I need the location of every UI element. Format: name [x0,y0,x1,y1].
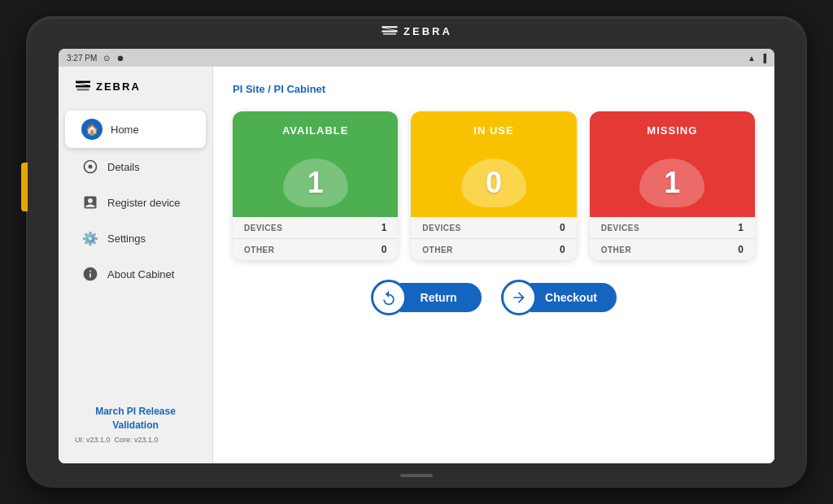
device-screen: 3:27 PM ⊙ ⏺ ▲ ▐ ZEBRA [59,49,774,463]
card-missing-number: 1 [664,166,680,200]
card-missing-devices-row: DEVICES 1 [590,217,755,239]
breadcrumb: PI Site / PI Cabinet [233,83,755,95]
card-missing-other-value: 0 [738,244,744,255]
nav-item-about[interactable]: About Cabinet [65,257,206,291]
card-inuse-top: IN USE 0 [411,111,576,217]
card-available-top: AVAILABLE 1 [233,111,398,217]
register-icon [81,193,99,211]
card-missing-bottom: DEVICES 1 OTHER 0 [590,217,755,260]
home-indicator[interactable] [400,474,433,477]
nav-item-register[interactable]: Register device [65,185,206,219]
card-missing-title: MISSING [647,124,697,137]
device-bottom-bar [26,463,807,488]
nav-item-settings[interactable]: ⚙️ Settings [65,221,206,255]
checkout-button[interactable]: Checkout [501,280,617,315]
nav-label-settings: Settings [107,232,146,245]
zebra-logo-text: ZEBRA [403,25,452,37]
card-available-other-label: OTHER [244,245,275,254]
wifi-icon: ▲ [748,54,756,63]
card-inuse-devices-row: DEVICES 0 [411,217,576,239]
sidebar-logo-text: ZEBRA [96,80,141,93]
sidebar-footer-title: March PI ReleaseValidation [75,405,196,432]
sidebar-footer: March PI ReleaseValidation UI: v23.1.0 C… [59,395,212,454]
card-available-other-row: OTHER 0 [233,239,398,260]
side-button[interactable] [21,163,28,211]
battery-icon: ▐ [761,54,766,63]
details-icon [81,158,99,176]
card-inuse-other-label: OTHER [422,245,453,254]
card-missing-other-label: OTHER [601,245,632,254]
record-icon: ⏺ [116,54,124,63]
card-inuse-blob: 0 [461,159,526,207]
card-missing-other-row: OTHER 0 [590,239,755,260]
status-bar-right: ▲ ▐ [748,54,766,63]
main-content: PI Site / PI Cabinet AVAILABLE 1 [213,67,774,463]
card-available-title: AVAILABLE [282,124,348,137]
nav-label-home: Home [111,124,139,136]
sidebar: ZEBRA 🏠 Home Details [59,67,213,463]
card-inuse-devices-label: DEVICES [422,224,460,232]
about-icon [81,265,99,283]
status-bar-left: 3:27 PM ⊙ ⏺ [67,54,124,63]
sidebar-zebra-icon [75,80,91,93]
card-missing-devices-value: 1 [738,222,744,233]
card-available-blob: 1 [283,159,348,207]
return-label: Return [400,283,482,312]
checkout-icon [501,280,537,315]
card-missing-top: MISSING 1 [590,111,755,217]
sidebar-nav: 🏠 Home Details Register device [59,109,212,395]
device-top-bar: ZEBRA [26,16,807,46]
nav-item-details[interactable]: Details [65,150,206,184]
nav-label-register: Register device [107,197,181,209]
card-available-other-value: 0 [382,244,387,255]
card-missing: MISSING 1 DEVICES 1 OTHER [590,111,755,260]
settings-icon: ⚙️ [81,229,99,247]
action-row: Return Checkout [233,280,755,315]
nav-label-details: Details [107,161,140,173]
card-available-devices-row: DEVICES 1 [233,217,398,239]
app-layout: ZEBRA 🏠 Home Details [59,67,774,463]
return-icon [371,280,407,315]
home-icon: 🏠 [81,119,102,140]
card-inuse-devices-value: 0 [560,222,565,233]
card-available-number: 1 [307,166,324,200]
nav-label-about: About Cabinet [107,268,174,280]
card-inuse-title: IN USE [473,124,513,137]
zebra-logo-top: ZEBRA [381,24,452,37]
checkout-label: Checkout [530,283,617,312]
sidebar-logo: ZEBRA [59,80,212,109]
nav-item-home[interactable]: 🏠 Home [65,111,206,148]
signal-icon: ⊙ [103,54,110,63]
card-inuse: IN USE 0 DEVICES 0 OTHER [411,111,576,260]
card-available: AVAILABLE 1 DEVICES 1 OTHER [233,111,398,260]
device-frame: ZEBRA 3:27 PM ⊙ ⏺ ▲ ▐ [26,16,807,488]
card-available-devices-value: 1 [382,222,387,233]
card-available-bottom: DEVICES 1 OTHER 0 [233,217,398,260]
card-inuse-bottom: DEVICES 0 OTHER 0 [411,217,576,260]
card-inuse-number: 0 [486,166,502,200]
cards-row: AVAILABLE 1 DEVICES 1 OTHER [233,111,755,260]
card-inuse-other-row: OTHER 0 [411,239,576,260]
card-missing-blob: 1 [639,159,704,207]
status-bar: 3:27 PM ⊙ ⏺ ▲ ▐ [59,49,774,67]
card-missing-devices-label: DEVICES [601,224,639,232]
status-time: 3:27 PM [67,54,97,63]
svg-point-0 [89,165,93,169]
card-inuse-other-value: 0 [560,244,565,255]
card-available-devices-label: DEVICES [244,224,282,232]
return-button[interactable]: Return [371,280,482,315]
sidebar-footer-version: UI: v23.1.0 Core: v23.1.0 [75,436,196,444]
